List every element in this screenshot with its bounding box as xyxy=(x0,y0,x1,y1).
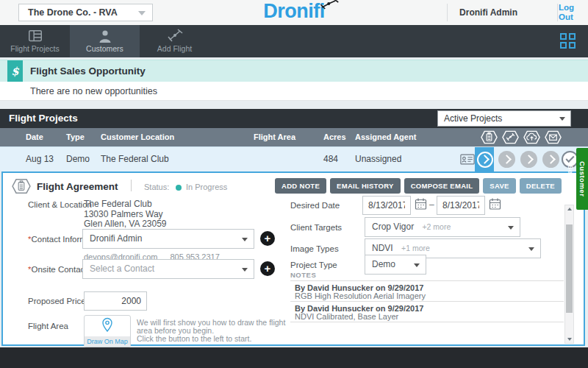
map-pin-icon xyxy=(85,316,130,336)
add-note-button[interactable]: ADD NOTE xyxy=(275,178,326,194)
step-active-button[interactable] xyxy=(475,147,494,171)
chevron-down-icon xyxy=(559,117,565,121)
step-3-button[interactable] xyxy=(520,151,537,168)
logout-link[interactable]: Log Out xyxy=(559,3,581,22)
row-type: Demo xyxy=(66,147,90,171)
top-bar: The Drone Co. - RVA Dronifi Dronifi Admi… xyxy=(0,0,588,26)
compose-email-button[interactable]: COMPOSE EMAIL xyxy=(404,178,480,194)
desired-date-label: Desired Date xyxy=(290,201,340,210)
nav-tab-customers[interactable]: Customers xyxy=(70,25,140,57)
row-customer-location: The Federal Club xyxy=(101,147,169,171)
header-divider xyxy=(557,4,558,21)
onsite-contact-label: *Onsite Contact xyxy=(28,265,87,274)
col-date: Date xyxy=(26,128,43,146)
customer-service-tab[interactable]: Customer Service xyxy=(576,148,588,210)
save-button[interactable]: SAVE xyxy=(483,178,515,194)
flight-projects-bar: Flight Projects Active Projects xyxy=(0,109,588,128)
col-acres: Acres xyxy=(323,128,346,146)
projects-filter-value: Active Projects xyxy=(444,113,502,124)
apps-grid-icon[interactable] xyxy=(560,33,576,49)
notes-divider xyxy=(290,322,564,322)
add-contact-button[interactable]: + xyxy=(260,231,275,246)
delete-button[interactable]: DELETE xyxy=(520,178,562,194)
notes-divider xyxy=(290,280,564,281)
onsite-contact-select[interactable]: Select a Contact xyxy=(82,259,254,279)
flight-area-label: Flight Area xyxy=(28,322,68,330)
nav-tab-add-flight[interactable]: Add Flight xyxy=(140,25,209,57)
client-targets-extra: +2 more xyxy=(422,222,451,231)
row-acres: 484 xyxy=(323,147,338,171)
col-type: Type xyxy=(66,128,85,146)
title-divider xyxy=(131,180,132,191)
client-name: The Federal Club xyxy=(84,199,167,210)
scrollbar-thumb[interactable] xyxy=(566,224,573,313)
notes-divider xyxy=(290,301,564,302)
app-logo: Dronifi xyxy=(263,0,325,23)
image-types-value: NDVI xyxy=(372,243,393,253)
onsite-selected-value: Select a Contact xyxy=(90,263,154,274)
company-selector[interactable]: The Drone Co. - RVA xyxy=(18,4,153,21)
client-street: 13030 Palmers Way xyxy=(84,210,167,220)
calendar-icon[interactable] xyxy=(489,197,501,210)
step-4-button[interactable] xyxy=(542,151,559,168)
image-types-extra: +1 more xyxy=(401,244,430,252)
add-onsite-contact-button[interactable]: + xyxy=(260,261,275,276)
clipboard-hex-icon xyxy=(12,177,31,196)
date-range-separator: – xyxy=(429,199,434,210)
table-row[interactable]: Aug 13 Demo The Federal Club 484 Unassig… xyxy=(0,146,588,171)
step-2-button[interactable] xyxy=(498,151,515,168)
projects-title: Flight Projects xyxy=(9,109,78,128)
status-value: In Progress xyxy=(186,183,227,191)
image-types-label: Image Types xyxy=(290,244,339,253)
scroll-up-arrow[interactable] xyxy=(565,205,573,213)
chevron-down-icon xyxy=(414,263,420,267)
client-location-label: Client & Location xyxy=(28,200,92,209)
projects-table-header: Date Type Customer Location Flight Area … xyxy=(0,128,588,146)
clipboard-hex-icon[interactable] xyxy=(481,129,498,146)
flight-area-help-3: Click the button to the left to start. xyxy=(137,334,251,343)
dollar-icon: $ xyxy=(7,60,23,82)
desired-date-start-input[interactable] xyxy=(362,196,411,215)
nav-tab-flight-projects[interactable]: Flight Projects xyxy=(0,25,70,57)
proposed-price-input[interactable] xyxy=(84,291,147,311)
columns-icon xyxy=(0,29,70,43)
note-text: RGB High Resolution Aerial Imagery xyxy=(295,291,426,300)
chevron-down-icon xyxy=(242,238,248,241)
main-nav: Flight Projects Customers Add Flight xyxy=(0,25,588,57)
nav-tab-label: Flight Projects xyxy=(0,44,70,53)
contact-information-select[interactable]: Dronifi Admin xyxy=(82,229,254,249)
row-assigned-agent: Unassigned xyxy=(355,147,401,171)
chevron-down-icon xyxy=(508,226,514,230)
desired-date-end-input[interactable] xyxy=(437,196,485,215)
envelope-hex-icon[interactable] xyxy=(545,129,562,146)
cloud-upload-hex-icon[interactable] xyxy=(523,129,540,146)
drone-icon xyxy=(140,29,209,43)
user-name: Dronifi Admin xyxy=(459,7,517,18)
project-type-select[interactable]: Demo xyxy=(365,255,426,275)
col-customer-location: Customer Location xyxy=(101,128,174,146)
col-assigned-agent: Assigned Agent xyxy=(355,128,416,146)
email-history-button[interactable]: EMAIL HISTORY xyxy=(330,178,401,194)
logo-text: Dronifi xyxy=(263,0,325,22)
client-targets-select[interactable]: Crop Vigor +2 more xyxy=(365,217,520,237)
calendar-icon[interactable] xyxy=(415,197,427,210)
drone-logo-icon xyxy=(320,0,340,10)
id-card-icon[interactable] xyxy=(460,154,475,165)
draw-on-map-label: Draw On Map xyxy=(85,336,130,347)
client-location-value: The Federal Club 13030 Palmers Way Glen … xyxy=(84,199,167,230)
project-type-label: Project Type xyxy=(290,261,337,269)
client-targets-label: Client Targets xyxy=(290,223,342,232)
scroll-down-arrow[interactable] xyxy=(565,335,573,343)
panel-action-buttons: ADD NOTE EMAIL HISTORY COMPOSE EMAIL SAV… xyxy=(275,178,562,194)
draw-on-map-button[interactable]: Draw On Map xyxy=(84,315,131,347)
company-selector-value: The Drone Co. - RVA xyxy=(28,7,118,18)
client-targets-value: Crop Vigor xyxy=(372,222,414,232)
panel-scrollbar[interactable] xyxy=(564,205,574,344)
flight-agreement-panel: Flight Agreement Status: In Progress ADD… xyxy=(1,171,585,346)
projects-filter-select[interactable]: Active Projects xyxy=(437,110,571,127)
flight-sales-opportunity-header: $ Flight Sales Opportunity xyxy=(0,60,588,82)
drone-hex-icon[interactable] xyxy=(502,129,519,146)
opportunity-empty-message: There are no new opportunities xyxy=(0,82,588,101)
proposed-price-label: Proposed Price xyxy=(28,297,86,305)
person-icon xyxy=(70,29,140,43)
